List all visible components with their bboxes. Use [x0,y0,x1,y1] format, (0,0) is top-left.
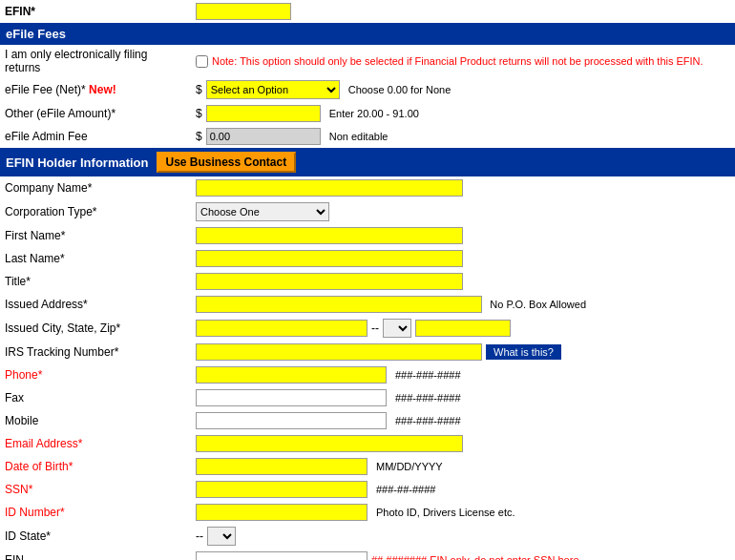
admin-fee-hint: Non editable [329,131,388,142]
phone-label: Phone* [0,363,191,386]
corporation-select[interactable]: Choose One [196,202,329,221]
efile-fees-header: eFile Fees [0,23,735,45]
phone-placeholder: ###-###-#### [395,369,461,381]
efile-fee-prefix: $ [196,83,202,96]
corporation-label: Corporation Type* [0,199,191,224]
phone-input[interactable] [196,366,387,384]
ssn-label: SSN* [0,478,191,501]
ssn-placeholder: ###-##-#### [376,484,435,495]
fax-label: Fax [0,386,191,409]
irs-tracking-label: IRS Tracking Number* [0,341,191,363]
issued-address-hint: No P.O. Box Allowed [490,299,586,310]
id-number-label: ID Number* [0,501,191,524]
efin-input[interactable] [196,3,291,20]
use-business-contact-button[interactable]: Use Business Contact [157,152,297,173]
irs-tracking-input[interactable] [196,343,482,361]
firstname-input[interactable] [196,227,463,244]
ein-label: EIN [0,549,191,560]
title-input[interactable] [196,273,463,290]
other-efile-label: Other (eFile Amount)* [0,102,191,125]
what-is-button[interactable]: What is this? [486,344,561,360]
id-state-select[interactable] [207,527,236,546]
id-state-label: ID State* [0,524,191,549]
admin-fee-label: eFile Admin Fee [0,125,191,148]
fax-placeholder: ###-###-#### [395,392,461,404]
firstname-label: First Name* [0,224,191,247]
admin-fee-prefix: $ [196,130,202,143]
id-state-dash: -- [196,529,203,543]
efin-holder-title: EFIN Holder Information [6,156,149,170]
issued-state-select[interactable] [383,319,411,338]
mobile-placeholder: ###-###-#### [395,415,461,426]
issued-address-label: Issued Address* [0,293,191,316]
fax-input[interactable] [196,389,387,406]
id-number-input[interactable] [196,504,368,521]
lastname-label: Last Name* [0,247,191,270]
company-label: Company Name* [0,176,191,199]
issued-address-input[interactable] [196,296,482,313]
mobile-label: Mobile [0,409,191,432]
ein-hint: ## ####### EIN only, do not enter SSN he… [371,554,582,560]
efin-holder-header: EFIN Holder Information Use Business Con… [0,148,735,176]
email-input[interactable] [196,435,463,452]
dob-label: Date of Birth* [0,455,191,478]
issued-zip-input[interactable] [415,320,511,337]
other-efile-prefix: $ [196,107,202,120]
other-efile-hint: Enter 20.00 - 91.00 [329,108,419,119]
dob-placeholder: MM/DD/YYYY [376,461,443,472]
electronic-filing-note: Note: This option should only be selecte… [212,55,704,67]
issued-city-input[interactable] [196,320,368,337]
mobile-input[interactable] [196,412,387,429]
title-label: Title* [0,270,191,293]
efile-fee-select[interactable]: Select an Option [206,80,340,99]
efile-fee-hint: Choose 0.00 for None [348,84,452,95]
efin-label: EFIN* [5,5,35,18]
lastname-input[interactable] [196,250,463,267]
dob-input[interactable] [196,458,368,475]
ssn-input[interactable] [196,481,368,498]
efile-fee-label: eFile Fee (Net)* [5,83,86,96]
ein-input[interactable] [196,551,368,560]
new-badge: New! [89,83,116,96]
admin-fee-input [206,128,321,145]
electronic-filing-label: I am only electronically filing returns [0,45,191,77]
dash-separator: -- [371,321,379,335]
company-input[interactable] [196,179,463,197]
email-label: Email Address* [0,432,191,455]
id-number-hint: Photo ID, Drivers License etc. [376,507,515,518]
issued-city-label: Issued City, State, Zip* [0,316,191,341]
other-efile-input[interactable] [206,105,321,122]
electronic-filing-checkbox[interactable] [196,55,208,68]
